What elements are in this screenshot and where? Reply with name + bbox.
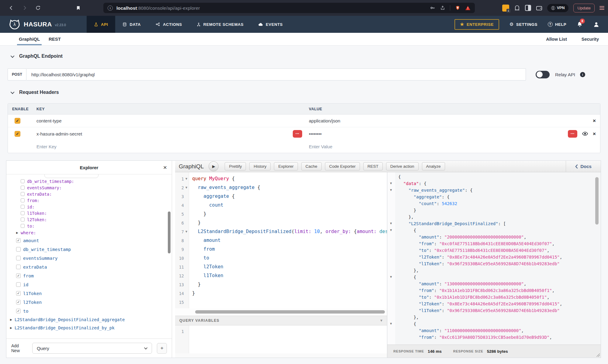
query-variables-bar[interactable]: QUERY VARIABLES ▼ [175, 316, 387, 325]
checkbox[interactable]: ✓ [16, 238, 21, 243]
help-button[interactable]: ? HELP [548, 22, 566, 27]
editor-hscroll-thumb[interactable] [195, 310, 385, 314]
checkbox[interactable] [21, 211, 25, 215]
expand-icon[interactable]: ▶ [16, 231, 18, 234]
explorer-arg-item[interactable]: db_write_timestamp: [6, 178, 172, 184]
value-input[interactable]: Enter Value [309, 144, 332, 149]
header-key-input[interactable]: content-type [36, 118, 62, 123]
checkbox[interactable] [16, 256, 21, 260]
toolbar-button-analyze[interactable]: Analyze [422, 162, 445, 170]
explorer-arg-item[interactable]: extraData: [6, 191, 172, 197]
expand-icon[interactable]: ▶ [10, 326, 12, 329]
info-icon[interactable]: i [580, 72, 585, 77]
toolbar-button-cache[interactable]: Cache [301, 162, 322, 170]
explorer-arg-item[interactable]: to: [6, 223, 172, 229]
key-icon[interactable] [430, 5, 435, 11]
explorer-root-item[interactable]: ▶L2StandardBridge_DepositFinalized_aggre… [6, 315, 172, 324]
menu-icon[interactable] [599, 6, 604, 10]
remove-header-icon[interactable]: × [593, 118, 596, 123]
secret-badge-icon[interactable]: ••• [568, 130, 577, 138]
security-link[interactable]: Security [582, 37, 599, 42]
explorer-field-item[interactable]: ✓l1Token [6, 289, 172, 298]
account-button[interactable] [593, 21, 599, 28]
explorer-field-item[interactable]: ✓to [6, 307, 172, 315]
query-variables-editor[interactable]: 1 [175, 325, 387, 353]
checkbox[interactable] [21, 224, 25, 228]
query-editor[interactable]: 1▼2▼34567▼89101112131415 query MyQuery {… [175, 172, 387, 308]
notifications-button[interactable]: 8 [577, 21, 583, 28]
hasura-logo[interactable]: λ HASURA v2.23.0 [9, 19, 66, 29]
extension-icon[interactable]: 1 [502, 5, 509, 12]
contrast-icon[interactable] [525, 5, 531, 11]
remove-header-icon[interactable]: × [593, 131, 596, 136]
tab-rest[interactable]: REST [49, 33, 61, 45]
checkbox[interactable] [21, 179, 25, 183]
explorer-scrollbar[interactable] [168, 211, 171, 253]
close-icon[interactable]: × [163, 164, 167, 171]
checkbox[interactable] [16, 265, 21, 269]
relay-api-toggle[interactable] [536, 71, 550, 78]
checkbox[interactable] [16, 282, 21, 287]
nav-tab-api[interactable]: API [87, 16, 115, 33]
response-scrollbar[interactable] [595, 177, 599, 225]
explorer-field-item[interactable]: db_write_timestamp [6, 245, 172, 254]
add-query-button[interactable]: + [157, 343, 167, 354]
explorer-field-item[interactable]: eventsSummary [6, 254, 172, 263]
explorer-field-item[interactable]: id [6, 280, 172, 289]
header-key-input[interactable]: x-hasura-admin-secret [36, 131, 82, 136]
endpoint-url-input[interactable]: http://localhost:8080/v1/graphql [26, 68, 526, 81]
site-info-icon[interactable]: i [108, 5, 113, 11]
add-new-select[interactable]: Query [32, 343, 152, 354]
docs-button[interactable]: Docs [566, 161, 601, 172]
checkbox[interactable]: ✓ [16, 273, 21, 278]
fold-icon[interactable]: ▼ [390, 321, 392, 327]
header-enable-checkbox[interactable]: ✓ [15, 118, 20, 124]
fold-icon[interactable]: ▼ [390, 180, 392, 187]
reload-icon[interactable] [35, 5, 41, 11]
checkbox[interactable]: ✓ [16, 300, 21, 304]
toolbar-button-prettify[interactable]: Prettify [225, 162, 246, 170]
secret-badge-icon[interactable]: ••• [293, 130, 302, 138]
nav-tab-actions[interactable]: ACTIONS [148, 16, 189, 33]
checkbox[interactable] [21, 186, 25, 190]
key-input[interactable]: Enter Key [36, 144, 57, 149]
checkbox[interactable] [21, 205, 25, 209]
fold-icon[interactable]: ▼ [390, 220, 392, 227]
toolbar-button-explorer[interactable]: Explorer [274, 162, 298, 170]
graphql-endpoint-section-header[interactable]: GraphQL Endpoint [12, 53, 63, 59]
explorer-field-item[interactable]: ✓amount [6, 236, 172, 245]
settings-button[interactable]: ⚙ SETTINGS [510, 22, 537, 27]
tab-graphiql[interactable]: GraphiQL [19, 33, 40, 45]
brave-shield-icon[interactable] [455, 5, 460, 11]
checkbox[interactable] [16, 247, 21, 252]
nav-tab-data[interactable]: DATA [115, 16, 148, 33]
toolbar-button-history[interactable]: History [249, 162, 271, 170]
checkbox[interactable] [21, 198, 25, 202]
bookmark-icon[interactable] [76, 5, 81, 11]
explorer-field-item[interactable]: ✓from [6, 271, 172, 280]
share-icon[interactable] [440, 5, 445, 11]
checkbox[interactable]: ✓ [16, 291, 21, 296]
forward-icon[interactable] [22, 5, 27, 11]
allow-list-link[interactable]: Allow List [546, 37, 567, 42]
checkbox[interactable] [21, 218, 25, 221]
vpn-button[interactable]: VPN [547, 4, 569, 12]
execute-query-button[interactable]: ▶ [209, 161, 219, 171]
checkbox[interactable] [21, 192, 25, 196]
nav-tab-events[interactable]: EVENTS [251, 16, 290, 33]
toolbar-button-code-exporter[interactable]: Code Exporter [325, 162, 360, 170]
explorer-arg-item[interactable]: from: [6, 197, 172, 204]
update-button[interactable]: Update [573, 4, 595, 12]
enterprise-button[interactable]: ★ ENTERPRISE [454, 19, 499, 30]
explorer-arg-item[interactable]: l1Token: [6, 210, 172, 216]
url-bar[interactable]: i localhost:8080/console/api/api-explore… [103, 3, 475, 13]
checkbox[interactable]: ✓ [16, 309, 21, 313]
warning-triangle-icon[interactable] [465, 5, 471, 10]
fold-icon[interactable]: ▼ [390, 227, 392, 234]
toolbar-button-derive-action[interactable]: Derive action [386, 162, 419, 170]
explorer-arg-item[interactable]: l2Token: [6, 216, 172, 223]
explorer-where-item[interactable]: ▶where: [6, 229, 172, 236]
toolbar-button-rest[interactable]: REST [363, 162, 383, 170]
query-code[interactable]: query MyQuery { raw_events_aggregate { a… [189, 172, 387, 308]
header-value-input[interactable]: application/json [309, 118, 340, 123]
